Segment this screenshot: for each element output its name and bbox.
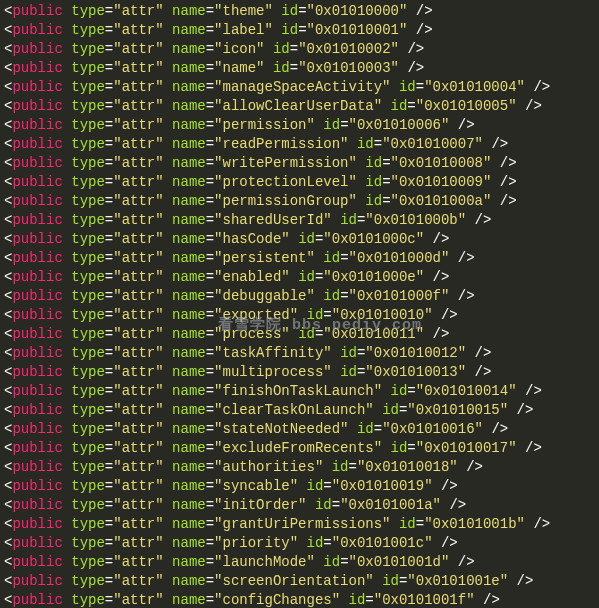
attr-key-type: type: [71, 79, 105, 95]
attr-val-name: "readPermission": [214, 136, 348, 152]
equals: =: [105, 79, 113, 95]
self-close: />: [433, 326, 450, 342]
tag-name: public: [12, 288, 62, 304]
attr-key-type: type: [71, 364, 105, 380]
equals: =: [323, 478, 331, 494]
attr-key-name: name: [172, 383, 206, 399]
equals: =: [407, 440, 415, 456]
equals: =: [382, 155, 390, 171]
attr-key-type: type: [71, 402, 105, 418]
equals: =: [105, 516, 113, 532]
equals: =: [340, 117, 348, 133]
self-close: />: [441, 478, 458, 494]
attr-val-type: "attr": [113, 288, 163, 304]
attr-key-name: name: [172, 269, 206, 285]
equals: =: [105, 41, 113, 57]
self-close: />: [533, 79, 550, 95]
attr-key-id: id: [281, 22, 298, 38]
self-close: />: [458, 117, 475, 133]
self-close: />: [407, 60, 424, 76]
tag-name: public: [12, 117, 62, 133]
attr-key-name: name: [172, 193, 206, 209]
code-line: <public type="attr" name="grantUriPermis…: [4, 515, 595, 534]
attr-val-name: "authorities": [214, 459, 323, 475]
attr-val-name: "multiprocess": [214, 364, 332, 380]
equals: =: [374, 136, 382, 152]
equals: =: [206, 573, 214, 589]
attr-key-name: name: [172, 326, 206, 342]
attr-val-type: "attr": [113, 269, 163, 285]
equals: =: [105, 345, 113, 361]
attr-key-name: name: [172, 250, 206, 266]
tag-name: public: [12, 250, 62, 266]
self-close: />: [475, 364, 492, 380]
equals: =: [206, 554, 214, 570]
tag-name: public: [12, 478, 62, 494]
equals: =: [105, 155, 113, 171]
equals: =: [105, 459, 113, 475]
equals: =: [407, 98, 415, 114]
equals: =: [105, 231, 113, 247]
attr-key-id: id: [315, 497, 332, 513]
code-line: <public type="attr" name="name" id="0x01…: [4, 59, 595, 78]
attr-val-type: "attr": [113, 440, 163, 456]
tag-name: public: [12, 573, 62, 589]
code-line: <public type="attr" name="protectionLeve…: [4, 173, 595, 192]
tag-name: public: [12, 592, 62, 608]
equals: =: [206, 478, 214, 494]
tag-name: public: [12, 307, 62, 323]
attr-val-type: "attr": [113, 174, 163, 190]
attr-val-id: "0x01010009": [391, 174, 492, 190]
attr-val-name: "hasCode": [214, 231, 290, 247]
code-line: <public type="attr" name="manageSpaceAct…: [4, 78, 595, 97]
attr-val-id: "0x01010016": [382, 421, 483, 437]
attr-key-type: type: [71, 288, 105, 304]
tag-name: public: [12, 22, 62, 38]
attr-val-name: "initOrder": [214, 497, 306, 513]
attr-val-type: "attr": [113, 136, 163, 152]
attr-val-name: "name": [214, 60, 264, 76]
attr-val-id: "0x0101001c": [332, 535, 433, 551]
attr-key-id: id: [391, 98, 408, 114]
equals: =: [105, 288, 113, 304]
attr-val-type: "attr": [113, 573, 163, 589]
tag-name: public: [12, 535, 62, 551]
attr-val-id: "0x01010012": [365, 345, 466, 361]
equals: =: [206, 136, 214, 152]
attr-val-name: "priority": [214, 535, 298, 551]
code-line: <public type="attr" name="sharedUserId" …: [4, 211, 595, 230]
equals: =: [206, 383, 214, 399]
attr-val-id: "0x01010013": [365, 364, 466, 380]
attr-key-name: name: [172, 41, 206, 57]
attr-key-id: id: [391, 383, 408, 399]
attr-val-type: "attr": [113, 592, 163, 608]
tag-name: public: [12, 497, 62, 513]
attr-key-name: name: [172, 516, 206, 532]
attr-val-name: "configChanges": [214, 592, 340, 608]
attr-val-type: "attr": [113, 459, 163, 475]
self-close: />: [416, 22, 433, 38]
attr-key-name: name: [172, 22, 206, 38]
attr-key-id: id: [399, 79, 416, 95]
attr-key-id: id: [307, 307, 324, 323]
equals: =: [105, 3, 113, 19]
equals: =: [206, 41, 214, 57]
attr-key-id: id: [365, 174, 382, 190]
attr-val-id: "0x01010004": [424, 79, 525, 95]
attr-val-id: "0x0101001d": [349, 554, 450, 570]
equals: =: [298, 22, 306, 38]
equals: =: [206, 60, 214, 76]
attr-val-name: "sharedUserId": [214, 212, 332, 228]
tag-name: public: [12, 554, 62, 570]
self-close: />: [458, 250, 475, 266]
attr-val-name: "label": [214, 22, 273, 38]
attr-val-type: "attr": [113, 478, 163, 494]
equals: =: [206, 326, 214, 342]
attr-val-id: "0x01010008": [391, 155, 492, 171]
attr-key-name: name: [172, 307, 206, 323]
attr-val-id: "0x01010003": [298, 60, 399, 76]
code-line: <public type="attr" name="icon" id="0x01…: [4, 40, 595, 59]
attr-val-name: "finishOnTaskLaunch": [214, 383, 382, 399]
attr-key-type: type: [71, 98, 105, 114]
code-line: <public type="attr" name="authorities" i…: [4, 458, 595, 477]
